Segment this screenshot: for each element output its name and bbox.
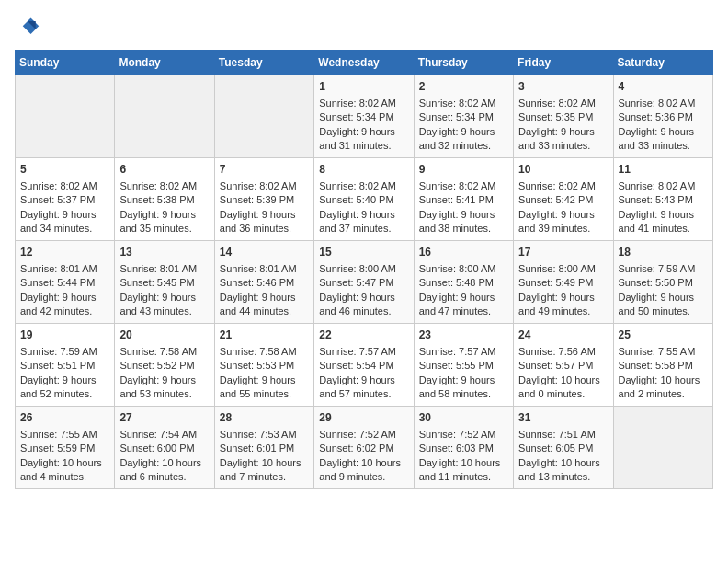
calendar-day-cell: 31Sunrise: 7:51 AMSunset: 6:05 PMDayligh…: [514, 407, 613, 489]
sunrise-text: Sunrise: 7:55 AM: [619, 345, 708, 359]
day-number: 2: [419, 79, 508, 95]
day-number: 4: [619, 79, 708, 95]
daylight-text: Daylight: 9 hours and 47 minutes.: [419, 291, 508, 319]
daylight-text: Daylight: 9 hours and 37 minutes.: [319, 208, 408, 236]
daylight-text: Daylight: 9 hours and 36 minutes.: [220, 208, 309, 236]
sunset-text: Sunset: 5:44 PM: [20, 276, 109, 290]
calendar-day-cell: 17Sunrise: 8:00 AMSunset: 5:49 PMDayligh…: [514, 241, 613, 324]
daylight-text: Daylight: 10 hours and 13 minutes.: [518, 456, 608, 485]
calendar-table: SundayMondayTuesdayWednesdayThursdayFrid…: [15, 50, 713, 489]
day-number: 27: [119, 410, 209, 426]
sunrise-text: Sunrise: 8:02 AM: [220, 179, 309, 193]
calendar-week-row: 5Sunrise: 8:02 AMSunset: 5:37 PMDaylight…: [16, 158, 713, 241]
daylight-text: Daylight: 9 hours and 44 minutes.: [220, 291, 309, 319]
day-number: 30: [419, 410, 508, 426]
day-number: 7: [220, 162, 309, 178]
sunset-text: Sunset: 5:51 PM: [20, 359, 109, 373]
sunset-text: Sunset: 6:01 PM: [220, 442, 309, 455]
day-number: 3: [518, 79, 608, 95]
day-number: 23: [419, 327, 508, 343]
sunrise-text: Sunrise: 8:00 AM: [319, 262, 408, 276]
logo: [15, 15, 44, 40]
day-number: 14: [220, 245, 309, 260]
day-number: 1: [319, 79, 408, 95]
daylight-text: Daylight: 9 hours and 57 minutes.: [319, 373, 408, 402]
weekday-header: Tuesday: [214, 51, 313, 75]
day-number: 5: [20, 162, 109, 178]
sunrise-text: Sunrise: 8:02 AM: [619, 179, 708, 193]
calendar-day-cell: 1Sunrise: 8:02 AMSunset: 5:34 PMDaylight…: [314, 75, 414, 158]
sunrise-text: Sunrise: 8:02 AM: [518, 179, 608, 193]
page-header: [15, 15, 713, 40]
sunrise-text: Sunrise: 8:02 AM: [319, 97, 408, 110]
sunrise-text: Sunrise: 7:53 AM: [220, 428, 309, 442]
calendar-day-cell: 8Sunrise: 8:02 AMSunset: 5:40 PMDaylight…: [314, 158, 414, 241]
day-number: 29: [319, 410, 408, 426]
daylight-text: Daylight: 10 hours and 6 minutes.: [119, 456, 209, 485]
day-number: 18: [619, 245, 708, 260]
sunset-text: Sunset: 5:41 PM: [419, 193, 508, 207]
day-number: 9: [419, 162, 508, 178]
sunset-text: Sunset: 5:50 PM: [619, 276, 708, 290]
sunrise-text: Sunrise: 8:02 AM: [119, 179, 209, 193]
day-number: 21: [220, 327, 309, 343]
calendar-day-cell: 18Sunrise: 7:59 AMSunset: 5:50 PMDayligh…: [613, 241, 712, 324]
daylight-text: Daylight: 9 hours and 32 minutes.: [419, 125, 508, 154]
day-number: 16: [419, 245, 508, 260]
daylight-text: Daylight: 9 hours and 42 minutes.: [20, 291, 109, 319]
sunrise-text: Sunrise: 8:02 AM: [619, 97, 708, 110]
calendar-day-cell: 30Sunrise: 7:52 AMSunset: 6:03 PMDayligh…: [414, 407, 513, 489]
sunset-text: Sunset: 5:45 PM: [119, 276, 209, 290]
daylight-text: Daylight: 10 hours and 7 minutes.: [220, 456, 309, 485]
calendar-day-cell: [16, 75, 115, 158]
sunrise-text: Sunrise: 7:52 AM: [419, 428, 508, 442]
sunset-text: Sunset: 5:58 PM: [619, 359, 708, 373]
daylight-text: Daylight: 10 hours and 4 minutes.: [20, 456, 109, 485]
day-number: 25: [619, 327, 708, 343]
calendar-day-cell: 5Sunrise: 8:02 AMSunset: 5:37 PMDaylight…: [16, 158, 115, 241]
daylight-text: Daylight: 9 hours and 52 minutes.: [20, 373, 109, 402]
sunrise-text: Sunrise: 7:58 AM: [220, 345, 309, 359]
svg-marker-0: [23, 18, 40, 35]
calendar-day-cell: 4Sunrise: 8:02 AMSunset: 5:36 PMDaylight…: [613, 75, 712, 158]
calendar-day-cell: [214, 75, 313, 158]
calendar-day-cell: [115, 75, 214, 158]
calendar-day-cell: 13Sunrise: 8:01 AMSunset: 5:45 PMDayligh…: [115, 241, 214, 324]
calendar-day-cell: 11Sunrise: 8:02 AMSunset: 5:43 PMDayligh…: [613, 158, 712, 241]
day-number: 12: [20, 245, 109, 260]
weekday-header: Saturday: [613, 51, 712, 75]
sunrise-text: Sunrise: 8:02 AM: [20, 179, 109, 193]
sunset-text: Sunset: 5:52 PM: [119, 359, 209, 373]
calendar-day-cell: 9Sunrise: 8:02 AMSunset: 5:41 PMDaylight…: [414, 158, 513, 241]
sunrise-text: Sunrise: 8:02 AM: [419, 97, 508, 110]
sunset-text: Sunset: 5:34 PM: [319, 110, 408, 124]
day-number: 31: [518, 410, 608, 426]
sunrise-text: Sunrise: 8:02 AM: [518, 97, 608, 110]
day-number: 26: [20, 410, 109, 426]
calendar-day-cell: 28Sunrise: 7:53 AMSunset: 6:01 PMDayligh…: [214, 407, 313, 489]
sunrise-text: Sunrise: 7:59 AM: [619, 262, 708, 276]
daylight-text: Daylight: 9 hours and 46 minutes.: [319, 291, 408, 319]
calendar-day-cell: 10Sunrise: 8:02 AMSunset: 5:42 PMDayligh…: [514, 158, 613, 241]
sunset-text: Sunset: 5:59 PM: [20, 442, 109, 455]
calendar-day-cell: 21Sunrise: 7:58 AMSunset: 5:53 PMDayligh…: [214, 324, 313, 407]
calendar-day-cell: 23Sunrise: 7:57 AMSunset: 5:55 PMDayligh…: [414, 324, 513, 407]
weekday-header: Thursday: [414, 51, 513, 75]
calendar-week-row: 26Sunrise: 7:55 AMSunset: 5:59 PMDayligh…: [16, 407, 713, 489]
sunset-text: Sunset: 5:43 PM: [619, 193, 708, 207]
sunset-text: Sunset: 6:00 PM: [119, 442, 209, 455]
daylight-text: Daylight: 9 hours and 50 minutes.: [619, 291, 708, 319]
day-number: 20: [119, 327, 209, 343]
sunset-text: Sunset: 5:42 PM: [518, 193, 608, 207]
calendar-day-cell: 26Sunrise: 7:55 AMSunset: 5:59 PMDayligh…: [16, 407, 115, 489]
weekday-header: Sunday: [16, 51, 115, 75]
sunrise-text: Sunrise: 7:52 AM: [319, 428, 408, 442]
daylight-text: Daylight: 9 hours and 34 minutes.: [20, 208, 109, 236]
day-number: 6: [119, 162, 209, 178]
day-number: 8: [319, 162, 408, 178]
daylight-text: Daylight: 9 hours and 39 minutes.: [518, 208, 608, 236]
sunset-text: Sunset: 5:34 PM: [419, 110, 508, 124]
calendar-day-cell: 27Sunrise: 7:54 AMSunset: 6:00 PMDayligh…: [115, 407, 214, 489]
daylight-text: Daylight: 10 hours and 11 minutes.: [419, 456, 508, 485]
calendar-day-cell: 24Sunrise: 7:56 AMSunset: 5:57 PMDayligh…: [514, 324, 613, 407]
